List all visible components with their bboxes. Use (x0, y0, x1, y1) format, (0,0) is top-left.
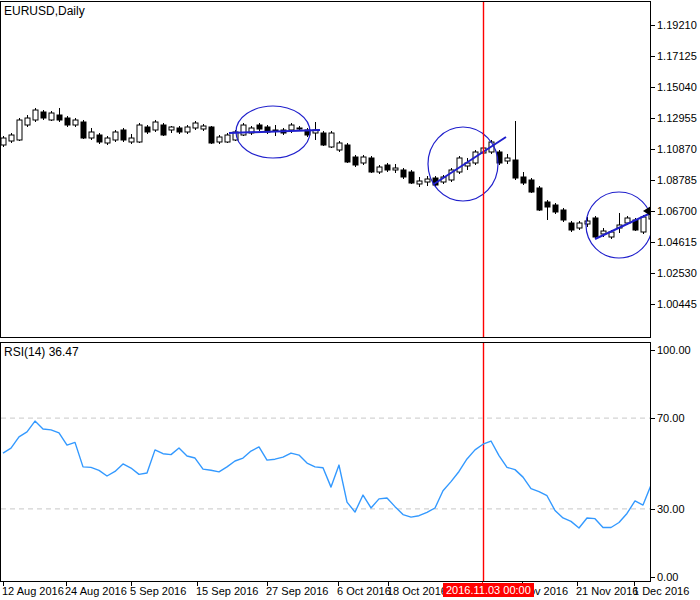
candle-body (201, 126, 206, 129)
candle-body (225, 135, 230, 142)
candle-body (553, 205, 558, 212)
rsi-tick-label: 30.00 (657, 503, 685, 515)
candle-body (353, 157, 358, 165)
candle-body (1, 138, 6, 145)
candle-body (569, 223, 574, 230)
rsi-tick-label: 0.00 (657, 571, 678, 583)
time-tick-label: 5 Sep 2016 (130, 585, 186, 597)
candle-body (537, 188, 542, 210)
price-tick-label: 1.17125 (657, 50, 697, 62)
price-tick-label: 1.00445 (657, 298, 697, 310)
candle-body (105, 138, 110, 143)
time-tick-label: 27 Sep 2016 (266, 585, 328, 597)
candle-body (185, 127, 190, 132)
candle-body (73, 120, 78, 125)
price-tick-label: 1.02530 (657, 267, 697, 279)
time-tick-label: 18 Oct 2016 (387, 585, 447, 597)
price-tick-label: 1.08785 (657, 174, 697, 186)
price-tick-label: 1.04615 (657, 236, 697, 248)
candle-body (217, 137, 222, 142)
candle-body (97, 135, 102, 142)
time-tick (131, 582, 132, 586)
candle-body (457, 158, 462, 172)
time-tick (197, 582, 198, 586)
candle-body (193, 123, 198, 128)
candle-body (145, 127, 150, 132)
candle-body (329, 133, 334, 147)
rsi-tick-label: 70.00 (657, 412, 685, 424)
candle-body (121, 130, 126, 140)
time-tick (66, 582, 67, 586)
candle-body (425, 179, 430, 182)
candle-body (417, 181, 422, 184)
candle-body (41, 112, 46, 118)
current-price-marker-icon (643, 206, 651, 216)
time-tick (338, 582, 339, 586)
mt4-chart-window: EURUSD,Daily RSI(14) 36.47 1.192101.1712… (0, 0, 700, 600)
time-tick (577, 582, 578, 586)
candle-body (521, 177, 526, 183)
price-tick-label: 1.12955 (657, 112, 697, 124)
rsi-indicator-label: RSI(14) 36.47 (4, 345, 79, 359)
price-chart-panel[interactable]: EURUSD,Daily (0, 1, 651, 338)
candle-body (89, 132, 94, 138)
candle-body (641, 217, 646, 232)
candle-body (297, 128, 302, 129)
candle-body (25, 118, 30, 125)
time-tick (267, 582, 268, 586)
candle-body (577, 223, 582, 228)
candle-body (137, 125, 142, 142)
candle-body (169, 127, 174, 130)
candle-body (345, 145, 350, 162)
candle-body (17, 120, 22, 140)
candle-body (9, 135, 14, 141)
candle-body (401, 170, 406, 177)
time-tick-label: 24 Aug 2016 (65, 585, 127, 597)
candle-body (513, 160, 518, 178)
candle-body (561, 210, 566, 220)
price-tick-label: 1.10870 (657, 143, 697, 155)
trendline-annotation (434, 137, 506, 184)
candle-body (153, 122, 158, 130)
candle-body (49, 113, 54, 120)
candle-body (289, 125, 294, 130)
time-tick (3, 582, 4, 586)
rsi-indicator-panel[interactable]: RSI(14) 36.47 (0, 342, 651, 582)
candle-body (129, 138, 134, 142)
price-tick-label: 1.19210 (657, 19, 697, 31)
candle-body (529, 180, 534, 192)
candle-body (209, 127, 214, 143)
crosshair-time-label: 2016.11.03 00:00 (443, 583, 534, 597)
candle-body (161, 125, 166, 135)
time-tick (634, 582, 635, 586)
time-tick-label: 21 Nov 2016 (576, 585, 638, 597)
candle-body (385, 165, 390, 170)
time-tick (388, 582, 389, 586)
candle-body (377, 167, 382, 172)
time-tick-label: 12 Aug 2016 (2, 585, 64, 597)
time-tick-label: 6 Oct 2016 (337, 585, 391, 597)
candle-body (409, 172, 414, 183)
rsi-line (3, 421, 650, 528)
price-tick-label: 1.15040 (657, 81, 697, 93)
candle-body (257, 125, 262, 129)
candle-body (505, 158, 510, 161)
candle-body (81, 122, 86, 138)
candle-body (321, 133, 326, 145)
candlestick-chart (1, 2, 650, 337)
rsi-line-chart (1, 343, 650, 581)
candle-body (369, 158, 374, 172)
candle-body (65, 118, 70, 125)
rsi-tick-label: 100.00 (657, 344, 691, 356)
candle-body (393, 168, 398, 170)
candle-body (361, 157, 366, 163)
time-tick-label: 15 Sep 2016 (196, 585, 258, 597)
candle-body (545, 202, 550, 207)
candle-body (593, 218, 598, 237)
time-tick-label: 1 Dec 2016 (633, 585, 689, 597)
chart-symbol-label: EURUSD,Daily (4, 4, 85, 18)
candle-body (337, 143, 342, 150)
candle-body (177, 128, 182, 132)
candle-body (33, 110, 38, 120)
candle-body (113, 132, 118, 140)
